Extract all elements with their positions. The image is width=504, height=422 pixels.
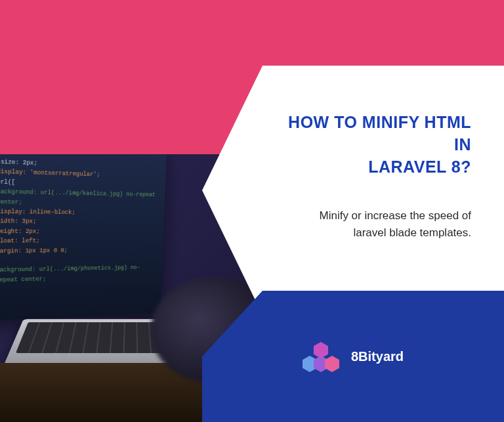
brand-logo-icon xyxy=(303,341,339,372)
text-panel: HOW TO MINIFY HTML IN LARAVEL 8? Minify … xyxy=(202,66,504,315)
brand-footer-block: 8Bityard xyxy=(202,291,504,422)
promo-graphic: -size: 2px; display: 'montserratregular'… xyxy=(0,0,504,422)
brand-name: 8Bityard xyxy=(351,349,404,364)
subtitle-text: Minify or increase the speed of laravel … xyxy=(319,207,471,241)
laptop-screen: -size: 2px; display: 'montserratregular'… xyxy=(0,154,167,321)
code-snippet: -size: 2px; display: 'montserratregular'… xyxy=(0,154,167,299)
main-title: HOW TO MINIFY HTML IN LARAVEL 8? xyxy=(268,112,471,178)
